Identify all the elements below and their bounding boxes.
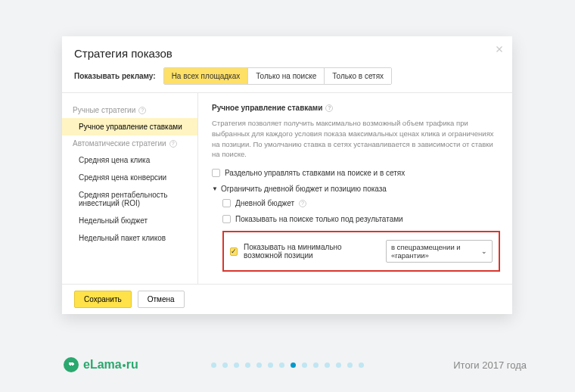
pagination-dot[interactable] <box>291 362 296 368</box>
help-icon[interactable]: ? <box>138 107 146 114</box>
cancel-button[interactable]: Отмена <box>138 291 185 308</box>
pagination-dot[interactable] <box>359 362 364 368</box>
sidebar-header-manual: Ручные стратегии ? <box>62 102 197 118</box>
pagination-dots <box>211 362 364 368</box>
logo-bug-icon <box>64 357 79 372</box>
tab-search-only[interactable]: Только на поиске <box>247 68 324 84</box>
checkbox-icon-checked[interactable] <box>230 247 238 256</box>
pagination-dot[interactable] <box>268 362 273 368</box>
close-icon[interactable] <box>494 44 505 54</box>
strategy-content: Ручное управление ставками ? Стратегия п… <box>198 93 512 284</box>
pagination-dot[interactable] <box>347 362 353 368</box>
dialog-body: Ручные стратегии ? Ручное управление ста… <box>62 93 512 284</box>
pagination-dot[interactable] <box>245 362 250 368</box>
pagination-dot[interactable] <box>211 362 216 368</box>
sidebar-header-auto: Автоматические стратегии ? <box>62 135 197 151</box>
logo-dot-icon <box>123 364 126 367</box>
sidebar-item-weekly-budget[interactable]: Недельный бюджет <box>62 212 197 229</box>
pagination-dot[interactable] <box>313 362 319 368</box>
sidebar-item-avg-cpc[interactable]: Средняя цена клика <box>62 151 197 169</box>
placement-tabs-label: Показывать рекламу: <box>74 72 156 80</box>
help-icon[interactable]: ? <box>325 104 333 112</box>
sidebar-header-auto-label: Автоматические стратегии <box>73 139 166 148</box>
strategy-dialog: Стратегия показов Показывать рекламу: На… <box>62 36 512 314</box>
checkbox-icon <box>222 215 231 223</box>
tab-all-placements[interactable]: На всех площадках <box>164 68 248 84</box>
pagination-dot[interactable] <box>336 362 341 368</box>
checkbox-separate-bids[interactable]: Раздельно управлять ставками на поиске и… <box>212 169 500 177</box>
limit-collapser[interactable]: ▼ Ограничить дневной бюджет и позицию по… <box>212 185 500 193</box>
page-footer: eLamaru Итоги 2017 года <box>0 357 575 372</box>
elama-logo: eLamaru <box>64 357 138 372</box>
footer-caption: Итоги 2017 года <box>453 359 527 371</box>
checkbox-icon <box>222 199 231 207</box>
limit-section: Дневной бюджет ? Показывать на поиске то… <box>212 199 500 272</box>
pagination-dot[interactable] <box>279 362 284 368</box>
dialog-header: Стратегия показов Показывать рекламу: На… <box>62 36 512 93</box>
sidebar-item-avg-cpa[interactable]: Средняя цена конверсии <box>62 169 197 186</box>
sidebar-header-manual-label: Ручные стратегии <box>73 106 135 114</box>
help-icon[interactable]: ? <box>169 140 177 148</box>
dialog-footer: Сохранить Отмена <box>62 284 512 314</box>
placement-tabs-row: Показывать рекламу: На всех площадках То… <box>74 67 500 85</box>
checkbox-separate-label: Раздельно управлять ставками на поиске и… <box>225 169 405 177</box>
checkbox-daily-budget[interactable]: Дневной бюджет ? <box>222 199 500 207</box>
limit-collapser-label: Ограничить дневной бюджет и позицию пока… <box>221 185 387 193</box>
checkbox-below-label: Показывать на поиске только под результа… <box>235 215 403 223</box>
logo-text-suffix: ru <box>126 358 138 371</box>
help-icon[interactable]: ? <box>299 200 306 207</box>
dialog-title: Стратегия показов <box>74 47 500 60</box>
position-dropdown[interactable]: в спецразмещении и «гарантии» ⌄ <box>386 240 493 263</box>
triangle-down-icon: ▼ <box>212 185 218 192</box>
sidebar-item-weekly-clicks[interactable]: Недельный пакет кликов <box>62 229 197 247</box>
min-position-highlight: Показывать на минимально возможной позиц… <box>222 231 500 272</box>
pagination-dot[interactable] <box>234 362 239 368</box>
pagination-dot[interactable] <box>325 362 330 368</box>
position-dropdown-value: в спецразмещении и «гарантии» <box>391 243 477 260</box>
logo-text-prefix: eLama <box>83 358 122 371</box>
checkbox-icon <box>212 169 220 177</box>
checkbox-budget-label: Дневной бюджет <box>235 199 294 207</box>
placement-tabs: На всех площадках Только на поиске Тольк… <box>163 67 392 85</box>
content-title: Ручное управление ставками <box>212 104 322 112</box>
sidebar-item-avg-roi[interactable]: Средняя рентабельность инвестиций (ROI) <box>62 186 197 212</box>
sidebar-item-manual-bids[interactable]: Ручное управление ставками <box>62 118 197 135</box>
pagination-dot[interactable] <box>222 362 228 368</box>
pagination-dot[interactable] <box>256 362 262 368</box>
min-position-label: Показывать на минимально возможной позиц… <box>244 243 380 260</box>
pagination-dot[interactable] <box>302 362 307 368</box>
chevron-down-icon: ⌄ <box>481 247 487 255</box>
tab-network-only[interactable]: Только в сетях <box>324 68 391 84</box>
content-title-row: Ручное управление ставками ? <box>212 104 500 112</box>
content-description: Стратегия позволяет получить максимально… <box>212 118 500 160</box>
checkbox-below-results[interactable]: Показывать на поиске только под результа… <box>222 215 500 223</box>
save-button[interactable]: Сохранить <box>74 291 132 308</box>
strategy-sidebar: Ручные стратегии ? Ручное управление ста… <box>62 93 198 284</box>
